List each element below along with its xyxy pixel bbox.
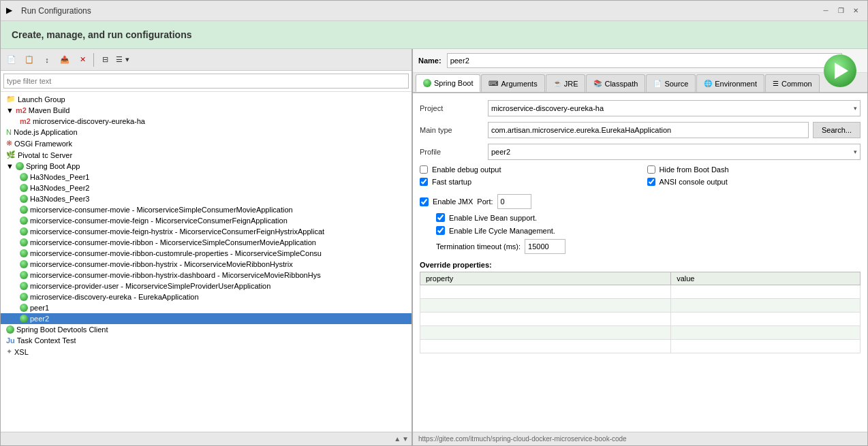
tab-common[interactable]: ☰ Common: [765, 74, 820, 92]
tree-item-ha3nodes-peer3[interactable]: Ha3Nodes_Peer3: [1, 193, 412, 204]
maven-sub-icon: m2: [20, 117, 31, 125]
tab-classpath[interactable]: 📚 Classpath: [586, 74, 645, 92]
tree-item-label: micorservice-provider-user - Micorservic…: [30, 282, 270, 290]
nodejs-icon: N: [6, 128, 12, 136]
termination-input[interactable]: [525, 239, 565, 254]
name-input[interactable]: [447, 53, 842, 68]
spring-green-icon: [20, 173, 28, 181]
hide-boot-dash-checkbox[interactable]: [647, 165, 655, 174]
enable-jmx-checkbox[interactable]: [420, 197, 429, 206]
tree-item-peer2[interactable]: peer2: [1, 313, 412, 324]
tree-item-nodejs[interactable]: N Node.js Application: [1, 127, 412, 138]
project-control: microservice-discovery-eureka-ha ▾: [488, 100, 861, 116]
tree-item-xsl[interactable]: ✦ XSL: [1, 346, 412, 357]
spring-icon: [16, 162, 24, 170]
filter-input[interactable]: [3, 74, 409, 89]
tree-item-consumer-ribbon[interactable]: micorservice-consumer-movie-ribbon - Mic…: [1, 237, 412, 248]
value-cell[interactable]: [671, 299, 861, 313]
source-icon: 📄: [653, 80, 662, 87]
enable-debug-checkbox[interactable]: [420, 165, 428, 174]
copy-config-button[interactable]: 📋: [21, 52, 37, 68]
collapse-all-button[interactable]: ⊟: [97, 52, 113, 68]
port-input[interactable]: [497, 194, 531, 209]
enable-lifecycle-label: Enable Life Cycle Management.: [449, 227, 555, 235]
project-combo[interactable]: microservice-discovery-eureka-ha ▾: [488, 100, 861, 116]
tree-item-label: micorservice-consumer-movie-ribbon-hystr…: [30, 271, 321, 279]
property-cell[interactable]: [420, 326, 671, 340]
search-button[interactable]: Search...: [813, 122, 861, 138]
args-icon: ⌨: [489, 80, 498, 87]
tab-arguments[interactable]: ⌨ Arguments: [481, 74, 544, 92]
tab-spring-boot[interactable]: Spring Boot: [416, 74, 480, 92]
tab-jre[interactable]: ☕ JRE: [546, 74, 586, 92]
tree-item-maven-build[interactable]: ▼ m2 Maven Build: [1, 105, 412, 116]
tree-item-label: Pivotal tc Server: [18, 151, 72, 159]
tree-item-label: peer1: [30, 304, 49, 312]
filter-button[interactable]: ☰ ▾: [114, 52, 131, 68]
property-cell[interactable]: [420, 313, 671, 326]
tree-item-discovery-eureka[interactable]: microservice-discovery-eureka - EurekaAp…: [1, 291, 412, 302]
value-cell[interactable]: [671, 326, 861, 340]
tree-item-label: microservice-discovery-eureka-ha: [33, 117, 145, 125]
tree-item-pivotal[interactable]: 🌿 Pivotal tc Server: [1, 149, 412, 161]
tree-item-ha3nodes-peer1[interactable]: Ha3Nodes_Peer1: [1, 172, 412, 182]
value-cell[interactable]: [671, 285, 861, 299]
tree-item-consumer-feign-hystrix[interactable]: micorservice-consumer-movie-feign-hystri…: [1, 226, 412, 237]
property-cell[interactable]: [420, 340, 671, 353]
enable-live-bean-checkbox[interactable]: [436, 213, 445, 222]
enable-jmx-label: Enable JMX: [433, 197, 473, 206]
tree-item-label: micorservice-consumer-movie - Micorservi…: [30, 206, 293, 214]
enable-lifecycle-checkbox[interactable]: [436, 226, 445, 235]
tree-item-maven-microservice[interactable]: m2 microservice-discovery-eureka-ha: [1, 116, 412, 127]
tree-item-consumer-ribbon-hystrix[interactable]: micorservice-consumer-movie-ribbon-hystr…: [1, 259, 412, 270]
restore-button[interactable]: ❐: [835, 5, 847, 17]
env-icon: 🌐: [704, 80, 712, 87]
tree-item-launch-group[interactable]: 📁 Launch Group: [1, 93, 412, 105]
value-cell[interactable]: [671, 340, 861, 353]
main-type-row: Main type Search...: [420, 122, 861, 138]
fast-startup-checkbox[interactable]: [420, 178, 428, 186]
scroll-up-arrow[interactable]: ▲: [394, 435, 401, 443]
tree-item-osgi[interactable]: ❋ OSGi Framework: [1, 138, 412, 149]
separator-1: [93, 53, 94, 67]
tree-bottom-bar: ▲ ▼: [1, 432, 412, 445]
tree-item-peer1[interactable]: peer1: [1, 302, 412, 313]
filter-bar: [1, 71, 412, 92]
tree-item-consumer-ribbon-customrule[interactable]: micorservice-consumer-movie-ribbon-custo…: [1, 248, 412, 259]
tab-source[interactable]: 📄 Source: [646, 74, 696, 92]
lifecycle-row: Enable Life Cycle Management.: [436, 226, 861, 235]
tree-item-task-context-test[interactable]: Ju Task Context Test: [1, 335, 412, 346]
jmx-row: Enable JMX Port:: [420, 194, 861, 209]
export-config-button[interactable]: 📤: [57, 52, 73, 68]
tree-item-consumer-ribbon-hystrix-dashboard[interactable]: micorservice-consumer-movie-ribbon-hystr…: [1, 270, 412, 281]
property-cell[interactable]: [420, 299, 671, 313]
tree-item-label: peer2: [30, 315, 49, 323]
scroll-down-arrow[interactable]: ▼: [402, 435, 409, 443]
main-content: 📄 📋 ↕ 📤 ✕ ⊟ ☰ ▾ 📁 Launch Group: [1, 49, 867, 445]
config-tabs: Spring Boot ⌨ Arguments ☕ JRE 📚 Classpat…: [413, 73, 867, 93]
close-button[interactable]: ✕: [850, 5, 862, 17]
tree-item-ha3nodes-peer2[interactable]: Ha3Nodes_Peer2: [1, 182, 412, 193]
move-config-button[interactable]: ↕: [39, 52, 55, 68]
maven-icon: m2: [16, 106, 27, 114]
tree-item-consumer-movie[interactable]: micorservice-consumer-movie - Micorservi…: [1, 204, 412, 215]
tree-item-provider-user[interactable]: micorservice-provider-user - Micorservic…: [1, 281, 412, 291]
tab-environment[interactable]: 🌐 Environment: [696, 74, 764, 92]
tree-item-label: microservice-discovery-eureka - EurekaAp…: [30, 293, 199, 301]
property-cell[interactable]: [420, 285, 671, 299]
tree-item-label: Task Context Test: [17, 336, 76, 345]
fast-startup-row: Fast startup: [420, 178, 634, 186]
tree-item-devtools[interactable]: Spring Boot Devtools Client: [1, 324, 412, 335]
tree-item-spring-boot-app[interactable]: ▼ Spring Boot App: [1, 161, 412, 172]
tree-item-label: micorservice-consumer-movie-ribbon-custo…: [30, 249, 322, 257]
minimize-button[interactable]: ─: [820, 5, 832, 17]
profile-combo[interactable]: peer2 ▾: [488, 144, 861, 160]
ansi-console-checkbox[interactable]: [647, 178, 655, 186]
run-button[interactable]: [824, 54, 856, 87]
new-config-button[interactable]: 📄: [3, 52, 20, 68]
tree-item-consumer-feign[interactable]: micorservice-consumer-movie-feign - Mico…: [1, 215, 412, 226]
value-cell[interactable]: [671, 313, 861, 326]
delete-config-button[interactable]: ✕: [74, 52, 91, 68]
main-type-input[interactable]: [488, 122, 809, 138]
tree-item-label: Ha3Nodes_Peer2: [30, 184, 89, 192]
